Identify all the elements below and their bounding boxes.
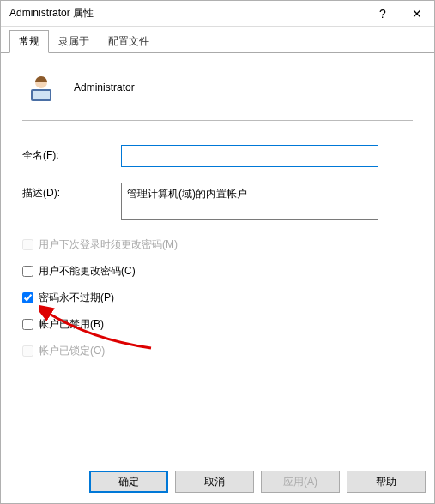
- fullname-input[interactable]: [121, 145, 378, 167]
- check-must-change-label: 用户下次登录时须更改密码(M): [39, 237, 178, 252]
- fullname-label: 全名(F):: [22, 145, 121, 163]
- dialog-window: Administrator 属性 ? ✕ 常规 隶属于 配置文件 Adminis…: [0, 0, 435, 504]
- tab-profile[interactable]: 配置文件: [99, 30, 159, 53]
- ok-button[interactable]: 确定: [89, 471, 168, 493]
- user-header: Administrator: [22, 70, 413, 105]
- help-button[interactable]: ?: [366, 1, 400, 27]
- tab-content: Administrator 全名(F): 描述(D): 用户下次登录时须更改密码…: [1, 53, 434, 379]
- tab-member-of[interactable]: 隶属于: [49, 30, 99, 53]
- check-cannot-change-label: 用户不能更改密码(C): [39, 264, 136, 279]
- window-title: Administrator 属性: [9, 6, 366, 21]
- check-never-expires-label: 密码永不过期(P): [39, 291, 114, 305]
- dialog-buttons: 确定 取消 应用(A) 帮助: [89, 471, 426, 493]
- user-icon: [24, 70, 58, 105]
- cancel-button[interactable]: 取消: [175, 471, 254, 493]
- tab-strip: 常规 隶属于 配置文件: [1, 27, 434, 53]
- check-cannot-change-box[interactable]: [22, 266, 33, 277]
- check-account-disabled-box[interactable]: [22, 319, 33, 330]
- check-never-expires[interactable]: 密码永不过期(P): [22, 291, 413, 305]
- check-never-expires-box[interactable]: [22, 292, 33, 303]
- check-account-disabled[interactable]: 帐户已禁用(B): [22, 317, 413, 332]
- check-account-locked-box: [22, 345, 33, 357]
- description-label: 描述(D):: [22, 183, 121, 201]
- close-button[interactable]: ✕: [400, 1, 434, 27]
- check-account-disabled-label: 帐户已禁用(B): [39, 317, 104, 332]
- check-account-locked-label: 帐户已锁定(O): [39, 344, 105, 358]
- tab-general[interactable]: 常规: [9, 30, 49, 53]
- svg-rect-1: [33, 91, 50, 99]
- apply-button[interactable]: 应用(A): [261, 471, 340, 493]
- fullname-row: 全名(F):: [22, 145, 413, 167]
- user-name: Administrator: [74, 81, 135, 93]
- check-account-locked: 帐户已锁定(O): [22, 344, 413, 358]
- titlebar: Administrator 属性 ? ✕: [1, 1, 434, 27]
- check-must-change-box: [22, 239, 33, 250]
- divider: [22, 120, 413, 121]
- description-input[interactable]: [121, 183, 378, 220]
- check-cannot-change[interactable]: 用户不能更改密码(C): [22, 264, 413, 279]
- check-must-change: 用户下次登录时须更改密码(M): [22, 237, 413, 252]
- checks-group: 用户下次登录时须更改密码(M) 用户不能更改密码(C) 密码永不过期(P) 帐户…: [22, 237, 413, 358]
- title-buttons: ? ✕: [366, 1, 434, 27]
- description-row: 描述(D):: [22, 183, 413, 220]
- help-button-footer[interactable]: 帮助: [347, 471, 426, 493]
